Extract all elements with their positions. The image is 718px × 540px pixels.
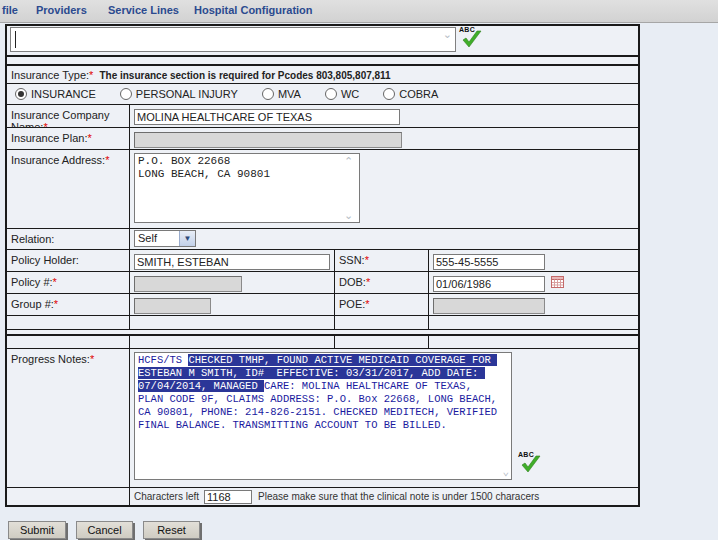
radio-mva[interactable]: MVA	[262, 88, 301, 100]
menu-item-providers[interactable]: Providers	[36, 4, 87, 16]
insurance-type-options-row: INSURANCE PERSONAL INJURY MVA WC COBRA	[7, 84, 638, 105]
insurance-type-note: The insurance section is required for Pc…	[99, 70, 390, 81]
radio-circle-icon	[325, 88, 337, 100]
scrollbar-up-icon[interactable]: ⌃	[344, 156, 353, 166]
ssn-label: SSN:*	[335, 250, 429, 271]
relation-select[interactable]: Self ▼	[134, 230, 196, 247]
progress-notes-row: Progress Notes:* HCFS/TS CHECKED TMHP, F…	[7, 349, 638, 488]
green-check-icon	[461, 30, 483, 50]
submit-button[interactable]: Submit	[8, 521, 66, 539]
menu-item-service-lines[interactable]: Service Lines	[108, 4, 179, 16]
cancel-button[interactable]: Cancel	[76, 521, 133, 539]
menu-item-file[interactable]: file	[2, 4, 18, 16]
reset-button[interactable]: Reset	[143, 521, 200, 539]
dropdown-arrow-icon[interactable]: ▼	[179, 231, 195, 246]
empty-row	[7, 316, 638, 330]
radio-circle-icon	[120, 88, 132, 100]
relation-row: Relation: Self ▼	[7, 229, 638, 250]
relation-selected-value: Self	[138, 232, 157, 244]
text-caret	[15, 31, 16, 48]
top-note-textarea[interactable]: ⌄	[10, 27, 456, 52]
company-name-input[interactable]	[134, 109, 400, 125]
dob-input[interactable]	[433, 276, 545, 292]
policy-holder-label: Policy Holder:	[7, 250, 130, 271]
characters-left-label: Characters left	[134, 491, 199, 502]
radio-personal-injury[interactable]: PERSONAL INJURY	[120, 88, 238, 100]
progress-notes-textarea[interactable]: HCFS/TS CHECKED TMHP, FOUND ACTIVE MEDIC…	[134, 352, 512, 480]
policy-holder-row: Policy Holder: SSN:*	[7, 250, 638, 272]
scrollbar-down-icon[interactable]: ⌄	[502, 467, 509, 477]
company-name-row: Insurance Company Name:*	[7, 105, 638, 128]
top-note-row: ⌄ ABC	[7, 26, 638, 57]
group-number-input	[134, 298, 211, 314]
progress-notes-label: Progress Notes:*	[7, 349, 130, 487]
insurance-address-label: Insurance Address:*	[7, 150, 130, 228]
spellcheck-abc-icon[interactable]: ABC	[518, 451, 545, 478]
radio-circle-icon	[383, 88, 395, 100]
ssn-input[interactable]	[433, 254, 545, 270]
required-asterisk: *	[89, 69, 93, 81]
spellcheck-abc-icon[interactable]: ABC	[459, 26, 486, 53]
radio-label: PERSONAL INJURY	[136, 88, 238, 100]
policy-holder-input[interactable]	[134, 254, 330, 270]
insurance-type-label: Insurance Type:	[11, 69, 89, 81]
characters-left-hint: Please make sure that the clinical note …	[258, 491, 539, 502]
scrollbar-down-icon[interactable]: ⌄	[443, 29, 452, 39]
insurance-plan-input	[134, 132, 402, 148]
poe-input	[433, 298, 545, 314]
policy-number-label: Policy #:*	[7, 272, 130, 293]
characters-left-input[interactable]	[204, 490, 252, 504]
policy-number-row: Policy #:* DOB:*	[7, 272, 638, 294]
radio-label: COBRA	[399, 88, 438, 100]
radio-wc[interactable]: WC	[325, 88, 359, 100]
insurance-plan-row: Insurance Plan:*	[7, 128, 638, 150]
dob-label: DOB:*	[335, 272, 429, 293]
scrollbar-down-icon[interactable]: ⌄	[344, 210, 353, 220]
notes-text-plain: HCFS/TS	[138, 354, 188, 366]
calendar-icon[interactable]	[551, 275, 564, 288]
radio-circle-icon	[262, 88, 274, 100]
policy-number-input	[134, 276, 242, 292]
radio-label: WC	[341, 88, 359, 100]
group-number-label: Group #:*	[7, 294, 130, 315]
insurance-plan-label: Insurance Plan:*	[7, 128, 130, 149]
menu-bar: file Providers Service Lines Hospital Co…	[0, 0, 718, 23]
radio-label: MVA	[278, 88, 301, 100]
green-check-icon	[520, 455, 542, 475]
relation-label: Relation:	[7, 229, 130, 249]
menu-item-hospital-configuration[interactable]: Hospital Configuration	[194, 4, 313, 16]
radio-label: INSURANCE	[31, 88, 96, 100]
insurance-address-row: Insurance Address:* P.O. BOX 22668 LONG …	[7, 150, 638, 229]
empty-row	[7, 336, 638, 349]
poe-label: POE:*	[335, 294, 429, 315]
group-number-row: Group #:* POE:*	[7, 294, 638, 316]
insurance-form-table: ⌄ ABC Insurance Type:* The insurance sec…	[5, 24, 640, 507]
character-counter-row: Characters left Please make sure that th…	[7, 488, 638, 505]
radio-cobra[interactable]: COBRA	[383, 88, 438, 100]
insurance-type-header-row: Insurance Type:* The insurance section i…	[7, 66, 638, 84]
spacer-row	[7, 57, 638, 66]
radio-insurance[interactable]: INSURANCE	[15, 88, 96, 100]
insurance-address-textarea[interactable]: P.O. BOX 22668 LONG BEACH, CA 90801	[134, 153, 360, 223]
radio-circle-icon	[15, 88, 27, 100]
